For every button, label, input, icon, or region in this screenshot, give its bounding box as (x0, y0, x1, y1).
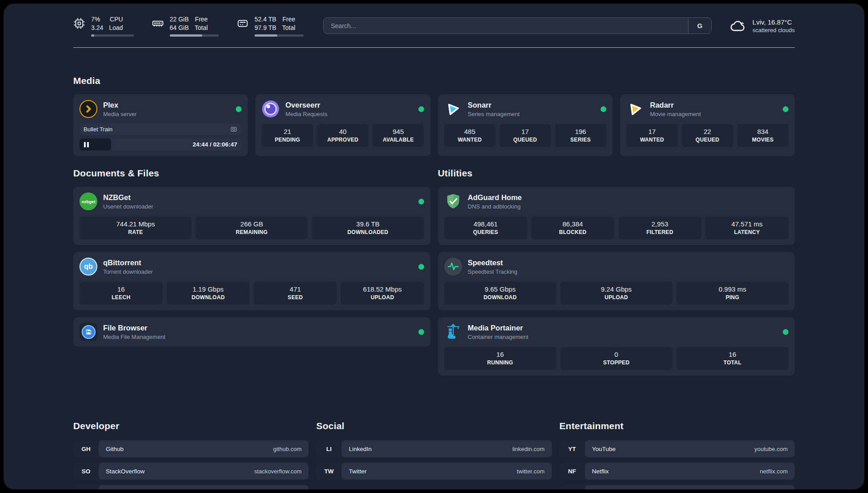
stat-label: REMAINING (197, 229, 306, 235)
stat-value: 744.21 Mbps (81, 220, 190, 228)
plex-icon (79, 100, 97, 118)
section-heading-social: Social (316, 421, 551, 431)
nzbget-icon: nzbget (79, 192, 97, 210)
ram-icon (152, 17, 164, 29)
app-subtitle: Movie management (650, 111, 701, 117)
ram-free-label: Free (195, 15, 208, 24)
stat-tile: 618.52 Mbps UPLOAD (341, 282, 424, 305)
stat-value: 16 (678, 351, 787, 358)
stat-tile: 22 QUEUED (682, 124, 733, 147)
stat-value: 16 (446, 351, 555, 358)
app-card-speedtest[interactable]: Speedtest Speedtest Tracking 9.65 Gbps D… (438, 252, 795, 310)
app-card-adguard[interactable]: AdGuard Home DNS and adblocking 498,461 … (438, 187, 795, 245)
stat-value: 9.24 Gbps (562, 285, 671, 293)
link-stackoverflow[interactable]: SO StackOverflow stackoverflow.com (73, 463, 309, 480)
link-dev-to[interactable]: DT DEV dev.to (73, 485, 309, 489)
search-input[interactable] (323, 17, 712, 34)
stat-label: WANTED (446, 137, 494, 143)
link-name: YouTube (592, 446, 616, 452)
qbittorrent-icon-text: qb (84, 263, 93, 271)
app-card-plex[interactable]: Plex Media server Bullet Train (73, 94, 248, 156)
stat-tile: 17 WANTED (626, 124, 678, 147)
sonarr-icon (444, 100, 462, 118)
stat-tile: 2,953 FILTERED (618, 217, 701, 239)
link-netflix[interactable]: NF Netflix netflix.com (559, 463, 795, 480)
stat-value: 0.993 ms (678, 285, 787, 293)
stat-tile: 1.19 Gbps DOWNLOAD (167, 282, 250, 305)
app-card-qbittorrent[interactable]: qb qBittorrent Torrent downloader 16 LEE… (73, 252, 430, 310)
stat-value: 834 (739, 128, 787, 135)
search-engine-button[interactable]: G (688, 18, 711, 33)
link-reddit[interactable]: RE Reddit reddit.com (559, 485, 795, 489)
link-url: github.com (273, 446, 302, 452)
link-name: Twitter (349, 468, 367, 475)
ram-total-value: 64 GiB (170, 24, 189, 32)
link-url: stackoverflow.com (254, 468, 301, 475)
link-twitter[interactable]: TW Twitter twitter.com (316, 463, 551, 480)
link-url: linkedin.com (512, 446, 544, 452)
status-dot (418, 106, 424, 112)
stat-tile: 471 SEED (254, 282, 337, 305)
status-dot (783, 329, 789, 335)
dashboard: 7% 3.24 CPU Load (4, 4, 864, 489)
link-abbr: YT (559, 440, 585, 457)
app-card-filebrowser[interactable]: File Browser Media File Management (73, 317, 430, 347)
stat-tile: 16 LEECH (79, 282, 163, 305)
link-abbr: DT (73, 485, 99, 489)
app-card-overseerr[interactable]: Overseerr Media Requests 21 PENDING 40 A… (255, 94, 430, 156)
utilities-column: Utilities AdGuard Home DNS and adblockin… (438, 168, 795, 382)
stat-value: 1.19 Gbps (168, 285, 248, 293)
weather-widget[interactable]: Lviv, 16.87°C scattered clouds (730, 18, 795, 33)
stat-label: TOTAL (678, 359, 787, 366)
stat-label: PENDING (263, 137, 311, 143)
disk-stat: 52.4 TB 97.9 TB Free Total (237, 15, 304, 37)
stat-label: QUEUED (684, 137, 731, 143)
stat-label: LEECH (81, 294, 161, 301)
disk-free-label: Free (283, 15, 296, 24)
app-card-nzbget[interactable]: nzbget NZBGet Usenet downloader 744.21 M… (73, 187, 430, 245)
app-name: File Browser (103, 324, 165, 332)
pause-icon[interactable] (84, 142, 89, 147)
ram-total-label: Total (195, 24, 208, 32)
status-dot (418, 199, 424, 205)
app-name: Media Portainer (468, 324, 529, 332)
header-divider (73, 47, 795, 48)
link-abbr: SO (73, 463, 99, 480)
stat-tile: 196 SERIES (555, 124, 606, 147)
app-name: Sonarr (468, 101, 520, 109)
app-subtitle: Usenet downloader (103, 203, 153, 210)
link-name: Netflix (592, 468, 609, 475)
stat-value: 9.65 Gbps (446, 285, 555, 293)
stat-label: FILTERED (620, 229, 700, 235)
app-card-portainer[interactable]: Media Portainer Container management 16 … (438, 317, 795, 376)
section-heading-media: Media (73, 75, 795, 86)
link-name: LinkedIn (349, 446, 371, 452)
section-heading-utilities: Utilities (438, 168, 795, 179)
stat-value: 22 (684, 128, 731, 135)
stat-label: RUNNING (446, 359, 555, 366)
cpu-progress-fill (91, 34, 94, 37)
stat-value: 17 (501, 128, 549, 135)
cpu-stat: 7% 3.24 CPU Load (73, 15, 134, 37)
disk-total-label: Total (282, 24, 296, 32)
stat-value: 196 (557, 128, 605, 135)
link-youtube[interactable]: YT YouTube youtube.com (559, 440, 795, 457)
app-card-radarr[interactable]: Radarr Movie management 17 WANTED 22 QUE… (620, 94, 795, 156)
stat-label: MOVIES (739, 137, 787, 143)
link-github[interactable]: GH Github github.com (73, 440, 309, 457)
app-name: AdGuard Home (468, 193, 522, 202)
stat-label: RATE (81, 229, 190, 235)
stat-value: 2,953 (620, 220, 700, 228)
app-card-sonarr[interactable]: Sonarr Series management 485 WANTED 17 Q… (438, 94, 613, 156)
stat-value: 47.571 ms (707, 220, 787, 228)
link-linkedin[interactable]: LI LinkedIn linkedin.com (316, 440, 551, 457)
link-url: netflix.com (760, 468, 788, 475)
system-stats: 7% 3.24 CPU Load (73, 15, 304, 37)
status-dot (236, 106, 242, 112)
playback-progress-fill (79, 138, 111, 150)
playback-progress-bar[interactable]: 24:44 / 02:06:47 (79, 138, 242, 150)
app-subtitle: Media File Management (103, 334, 165, 340)
cpu-progress-bar (91, 34, 134, 37)
cloud-icon (730, 19, 747, 33)
disk-icon (237, 17, 249, 29)
